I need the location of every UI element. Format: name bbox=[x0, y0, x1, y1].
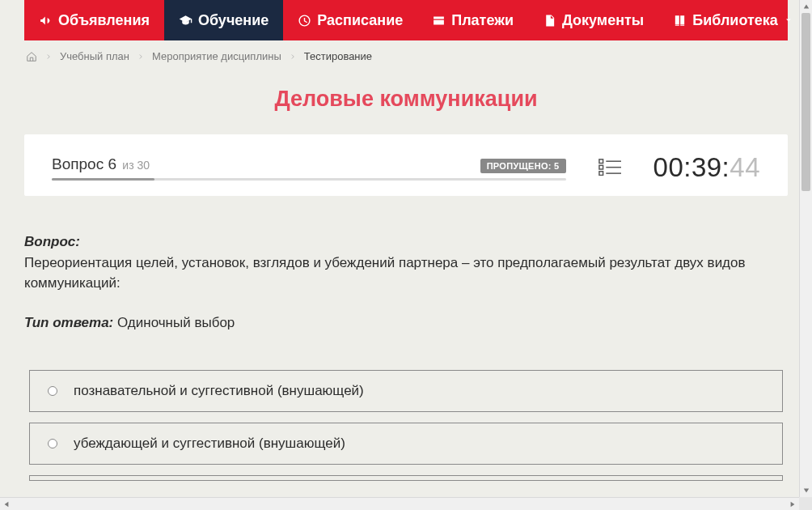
horizontal-scrollbar[interactable] bbox=[0, 497, 799, 510]
skipped-badge: ПРОПУЩЕНО: 5 bbox=[480, 159, 566, 173]
total-questions: 30 bbox=[137, 159, 150, 172]
progress-block: Вопрос 6 из 30 ПРОПУЩЕНО: 5 bbox=[52, 155, 566, 181]
document-icon bbox=[543, 14, 556, 28]
svg-rect-0 bbox=[598, 159, 603, 164]
chevron-right-icon bbox=[44, 53, 53, 61]
timer-seconds: 44 bbox=[730, 152, 760, 182]
answer-type-label: Тип ответа: bbox=[24, 315, 113, 330]
breadcrumb-current: Тестирование bbox=[304, 50, 372, 62]
main-navbar: Объявления Обучение Расписание Платежи Д… bbox=[24, 0, 788, 40]
nav-label: Объявления bbox=[58, 12, 150, 29]
option-2[interactable]: убеждающей и суггестивной (внушающей) bbox=[29, 423, 783, 465]
question-text: Переориентация целей, установок, взглядо… bbox=[24, 255, 746, 291]
option-1[interactable]: познавательной и суггестивной (внушающей… bbox=[29, 370, 783, 412]
nav-documents[interactable]: Документы bbox=[528, 0, 658, 40]
home-icon[interactable] bbox=[26, 51, 37, 62]
nav-library[interactable]: Библиотека bbox=[658, 0, 808, 40]
nav-payments[interactable]: Платежи bbox=[417, 0, 528, 40]
breadcrumb-item-activity[interactable]: Мероприятие дисциплины bbox=[152, 50, 281, 62]
nav-schedule[interactable]: Расписание bbox=[283, 0, 417, 40]
question-grid-button[interactable] bbox=[598, 158, 621, 177]
svg-rect-4 bbox=[598, 172, 603, 176]
scrollbar-corner bbox=[799, 497, 812, 510]
question-label: Вопрос: bbox=[24, 234, 80, 249]
chevron-right-icon bbox=[289, 53, 297, 61]
radio-icon[interactable] bbox=[48, 439, 57, 448]
options-list: познавательной и суггестивной (внушающей… bbox=[24, 370, 788, 481]
timer: 00:39:44 bbox=[653, 152, 760, 183]
vertical-scrollbar[interactable] bbox=[799, 0, 812, 497]
clock-icon bbox=[298, 14, 311, 28]
status-card: Вопрос 6 из 30 ПРОПУЩЕНО: 5 bbox=[24, 134, 788, 196]
of-label: из bbox=[122, 159, 133, 172]
graduation-cap-icon bbox=[179, 14, 192, 28]
book-icon bbox=[673, 14, 687, 28]
breadcrumb: Учебный план Мероприятие дисциплины Тест… bbox=[24, 50, 788, 62]
nav-label: Расписание bbox=[317, 12, 403, 29]
megaphone-icon bbox=[39, 14, 53, 28]
page-title: Деловые коммуникации bbox=[24, 87, 788, 112]
chevron-right-icon bbox=[137, 53, 145, 61]
nav-announcements[interactable]: Объявления bbox=[24, 0, 164, 40]
radio-icon[interactable] bbox=[48, 386, 57, 396]
question-block: Вопрос: Переориентация целей, установок,… bbox=[24, 232, 788, 294]
chevron-down-icon bbox=[784, 15, 793, 25]
nav-label: Документы bbox=[562, 12, 644, 29]
question-counter: Вопрос 6 из 30 bbox=[52, 155, 150, 173]
scrollbar-thumb[interactable] bbox=[801, 13, 810, 191]
nav-label: Платежи bbox=[451, 12, 514, 29]
card-icon bbox=[432, 14, 446, 28]
skipped-label: ПРОПУЩЕНО: bbox=[487, 161, 552, 171]
nav-learning[interactable]: Обучение bbox=[164, 0, 283, 40]
nav-label: Библиотека bbox=[692, 12, 778, 29]
option-text: убеждающей и суггестивной (внушающей) bbox=[74, 436, 345, 452]
option-3-cropped[interactable] bbox=[29, 475, 783, 481]
option-text: познавательной и суггестивной (внушающей… bbox=[74, 383, 364, 399]
scrollbar-track[interactable] bbox=[800, 13, 812, 484]
question-label: Вопрос bbox=[52, 155, 104, 172]
scroll-left-arrow[interactable] bbox=[0, 498, 13, 510]
scroll-up-arrow[interactable] bbox=[800, 0, 812, 13]
breadcrumb-item-plan[interactable]: Учебный план bbox=[60, 50, 129, 62]
progress-fill bbox=[52, 178, 154, 181]
scroll-right-arrow[interactable] bbox=[786, 498, 799, 510]
nav-label: Обучение bbox=[198, 12, 269, 29]
current-question: 6 bbox=[108, 155, 116, 172]
scroll-down-arrow[interactable] bbox=[800, 484, 812, 497]
progress-bar bbox=[52, 178, 566, 181]
answer-type-value: Одиночный выбор bbox=[117, 315, 235, 330]
svg-rect-2 bbox=[598, 165, 603, 169]
skipped-count: 5 bbox=[554, 161, 559, 171]
timer-main: 00:39: bbox=[653, 152, 730, 182]
answer-type: Тип ответа: Одиночный выбор bbox=[24, 315, 788, 331]
